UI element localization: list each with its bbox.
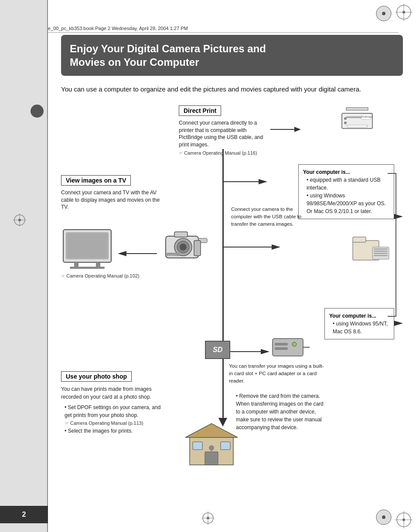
- direct-print-note: ☞ Camera Operating Manual (p.116): [179, 150, 270, 156]
- computer-bottom-title: Your computer is...: [329, 312, 389, 320]
- printer-icon: PictBridge: [338, 105, 377, 137]
- page-title: Enjoy Your Digital Camera Pictures and M…: [70, 42, 394, 69]
- tv-section: View images on a TV Connect your camera …: [61, 175, 166, 211]
- main-content: Enjoy Your Digital Camera Pictures and M…: [48, 0, 416, 532]
- transfer-text: You can transfer your images using a bui…: [229, 363, 325, 385]
- direct-print-section: Direct Print Connect your camera directl…: [179, 105, 270, 156]
- svg-point-55: [180, 244, 187, 251]
- direct-print-text: Connect your camera directly to a printe…: [179, 119, 270, 149]
- transfer-note-item: Remove the card from the camera. When tr…: [236, 392, 324, 431]
- svg-marker-51: [118, 251, 126, 256]
- transfer-note-list: Remove the card from the camera. When tr…: [232, 392, 324, 431]
- sd-arrow-right: [230, 347, 269, 357]
- svg-marker-91: [218, 418, 227, 427]
- usb-arrow-top: [224, 177, 267, 187]
- svg-point-40: [344, 117, 347, 120]
- sidebar-bullet: [31, 105, 44, 118]
- svg-rect-76: [275, 347, 288, 350]
- svg-point-77: [292, 342, 297, 346]
- computer-folder-icon: [351, 232, 390, 266]
- direct-print-label: Direct Print: [179, 105, 221, 116]
- computer-top-item-1: equipped with a standard USB interface.: [307, 176, 389, 192]
- direct-print-arrow: [270, 125, 301, 135]
- svg-marker-43: [294, 127, 301, 132]
- bracket-arrow-bottom: [394, 319, 403, 329]
- computer-bottom-item-1: using Windows 95/NT, Mac OS 8.6.: [333, 320, 389, 335]
- page-number: 2: [0, 506, 48, 523]
- svg-rect-68: [374, 253, 388, 254]
- tv-note: ☞ Camera Operating Manual (p.102): [61, 273, 140, 278]
- svg-rect-66: [374, 248, 388, 250]
- diagram-area: Direct Print Connect your camera directl…: [61, 105, 403, 498]
- svg-rect-84: [193, 442, 202, 450]
- computer-top-list: equipped with a standard USB interface. …: [303, 176, 389, 215]
- tv-section-label: View images on a TV: [61, 175, 131, 186]
- computer-box-bottom: Your computer is... using Windows 95/NT,…: [324, 308, 394, 339]
- computer-top-item-2: using Windows 98/98SE/Me/2000/XP as your…: [307, 192, 389, 215]
- svg-rect-75: [275, 343, 288, 346]
- svg-marker-79: [394, 214, 403, 219]
- photo-shop-icon: [183, 419, 240, 468]
- photo-shop-item-1: Set DPOF settings on your camera, and ge…: [65, 403, 166, 427]
- video-camera-icon: SANYO: [161, 227, 218, 268]
- svg-marker-80: [394, 321, 403, 326]
- svg-marker-73: [261, 349, 269, 354]
- svg-rect-34: [346, 108, 368, 110]
- photo-shop-label: Use your photo shop: [61, 371, 132, 382]
- photo-shop-section: Use your photo shop You can have prints …: [61, 371, 166, 435]
- title-banner: Enjoy Your Digital Camera Pictures and M…: [61, 35, 403, 76]
- svg-marker-71: [272, 244, 280, 250]
- svg-rect-49: [70, 267, 105, 269]
- svg-rect-59: [194, 241, 201, 256]
- computer-top-title: Your computer is...: [303, 168, 389, 176]
- svg-rect-46: [67, 234, 107, 258]
- tv-section-text: Connect your camera and TV with the AV c…: [61, 189, 166, 211]
- photo-shop-item-2: Select the images for prints.: [65, 427, 166, 435]
- svg-marker-62: [259, 179, 267, 184]
- svg-point-41: [344, 122, 347, 124]
- svg-rect-64: [353, 237, 366, 242]
- photo-shop-list: Set DPOF settings on your camera, and ge…: [61, 403, 166, 435]
- photo-shop-desc: You can have prints made from images rec…: [61, 385, 166, 401]
- connect-text: Connect your camera to the computer with…: [231, 206, 310, 228]
- svg-rect-85: [221, 442, 230, 450]
- down-arrow-shop: [217, 418, 229, 428]
- usb-arrow-comp: [224, 243, 280, 253]
- computer-bottom-list: using Windows 95/NT, Mac OS 8.6.: [329, 320, 389, 335]
- sd-vert-line: [222, 363, 224, 419]
- intro-text: You can use a computer to organize and e…: [61, 85, 403, 95]
- svg-rect-69: [374, 255, 388, 256]
- svg-marker-82: [185, 424, 238, 437]
- sidebar-crosshair-mid: [13, 213, 26, 228]
- svg-rect-67: [374, 251, 388, 252]
- tv-icon: [61, 227, 113, 272]
- card-reader-icon: [270, 334, 310, 362]
- left-sidebar: 2: [0, 0, 48, 532]
- right-bracket: [388, 173, 396, 317]
- computer-box-top: Your computer is... equipped with a stan…: [298, 164, 394, 219]
- bracket-arrow-top: [394, 212, 403, 222]
- svg-point-86: [209, 445, 214, 451]
- svg-text:SANYO: SANYO: [167, 254, 177, 257]
- svg-rect-56: [174, 232, 188, 237]
- svg-text:PictBridge: PictBridge: [362, 115, 372, 118]
- svg-rect-37: [347, 125, 367, 127]
- tv-arrow: [118, 249, 157, 259]
- sd-card: SD: [205, 341, 230, 359]
